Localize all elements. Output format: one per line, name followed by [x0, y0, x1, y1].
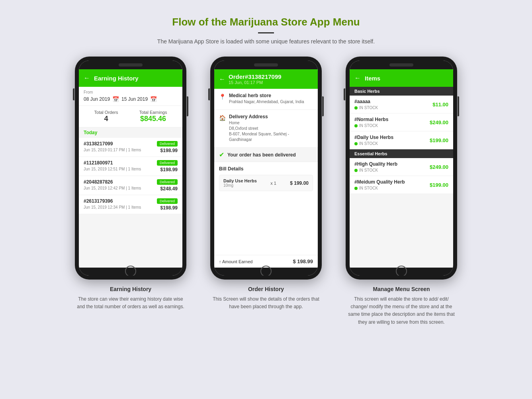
- phone-speaker-3: [389, 63, 413, 66]
- back-arrow-1[interactable]: ←: [84, 74, 90, 82]
- phone-section-order-history: ← Order#3138217099 15 Jun, 01:17 PM 📍: [206, 57, 326, 311]
- order-item[interactable]: #3138217099 Delivered Jun 15, 2019 01:17…: [79, 138, 182, 157]
- stock-label: IN STOCK: [359, 141, 378, 146]
- phone-frame-1: ← Earning History From 08 Jun 2019 📅 15 …: [75, 57, 186, 280]
- item-row[interactable]: #aaaaa IN STOCK $11.00: [350, 96, 453, 113]
- caption-order-history: Order History This Screen will show the …: [210, 286, 322, 311]
- item-row[interactable]: #Meidum Quality Herb IN STOCK $199.00: [350, 176, 453, 194]
- today-section-label: Today: [79, 127, 182, 138]
- store-info-text: Medical herb store Prahlad Nagar, Ahmeda…: [229, 93, 304, 105]
- store-info-block: 📍 Medical herb store Prahlad Nagar, Ahme…: [214, 89, 318, 110]
- caption-title-1: Earning History: [75, 286, 186, 292]
- delivery-icon: 🏠: [219, 115, 226, 121]
- calendar-icon-1[interactable]: 📅: [112, 96, 119, 102]
- store-address: Prahlad Nagar, Ahmedabad, Gujarat, India: [229, 99, 304, 105]
- item-row[interactable]: #Daily Use Herbs IN STOCK $199.00: [350, 131, 453, 149]
- home-button-1[interactable]: [125, 266, 136, 276]
- stock-dot: [354, 124, 358, 127]
- order-meta-text: Jun 15, 2019 01:17 PM | 1 Items: [84, 148, 141, 153]
- order-title: Order#3138217099: [229, 73, 282, 80]
- item-name: #Normal Herbs: [354, 117, 388, 122]
- date-from-value: 08 Jun 2019: [84, 96, 110, 102]
- total-earnings-stat: Total Earnings $845.46: [139, 110, 167, 123]
- delivery-block: 🏠 Delivery Address Home D8,Oxford street…: [214, 110, 318, 148]
- delivery-line1: Home: [229, 120, 313, 126]
- item-name: #Meidum Quality Herb: [354, 179, 405, 185]
- item-price: $11.00: [432, 102, 448, 108]
- page-subtitle: The Marijuana App Store is loaded with s…: [157, 38, 375, 45]
- item-info: #Normal Herbs IN STOCK: [354, 117, 388, 128]
- order-meta-text: Jun 15, 2019 12:42 PM | 1 Items: [84, 186, 141, 192]
- order-price: $198.99: [160, 148, 178, 153]
- stock-dot: [354, 187, 358, 190]
- calendar-icon-2[interactable]: 📅: [150, 96, 157, 102]
- delivery-title: Delivery Address: [229, 114, 313, 119]
- order-subtitle: 15 Jun, 01:17 PM: [229, 80, 282, 85]
- item-price: $199.00: [430, 182, 448, 188]
- caption-earning-history: Earning History The store can view their…: [75, 286, 186, 311]
- location-icon: 📍: [219, 94, 226, 100]
- delivered-banner: ✔ Your order has been delivered: [214, 148, 318, 162]
- item-stock: IN STOCK: [354, 168, 397, 172]
- bill-item-sub: 10mg: [223, 183, 257, 188]
- phone-inner-3: ← Items Basic Herbs #aaaaa IN STOCK $11.…: [350, 61, 453, 276]
- earning-history-header: ← Earning History: [79, 69, 182, 87]
- title-underline: [258, 32, 274, 33]
- item-name: #Daily Use Herbs: [354, 135, 393, 140]
- phone-notch-1: [79, 61, 182, 69]
- home-indicator-2: [214, 268, 318, 276]
- back-arrow-2[interactable]: ←: [219, 76, 225, 83]
- total-earnings-value: $845.46: [139, 115, 167, 123]
- home-indicator-3: [350, 268, 453, 276]
- caption-items: Manage Menu Screen This screen will enab…: [346, 286, 457, 326]
- order-header-text: Order#3138217099 15 Jun, 01:17 PM: [229, 73, 282, 85]
- status-badge: Delivered: [157, 198, 178, 204]
- order-id: #2613179396: [84, 198, 113, 204]
- date-to-value: 15 Jun 2019: [121, 96, 148, 102]
- bill-item: Daily Use Herbs 10mg x 1 $ 199.00: [219, 175, 313, 191]
- stock-dot: [354, 106, 358, 110]
- order-item[interactable]: #2048287826 Delivered Jun 15, 2019 12:42…: [79, 176, 182, 195]
- phone-notch-2: [214, 61, 318, 69]
- back-arrow-3[interactable]: ←: [354, 74, 361, 82]
- status-badge: Delivered: [157, 160, 178, 166]
- item-row[interactable]: #Normal Herbs IN STOCK $249.00: [350, 113, 453, 131]
- caption-text-3: This screen will enable the store to add…: [346, 295, 457, 326]
- date-filter: From 08 Jun 2019 📅 15 Jun 2019 📅: [79, 87, 182, 106]
- item-info: #Meidum Quality Herb IN STOCK: [354, 179, 405, 190]
- item-row[interactable]: #High Quality Herb IN STOCK $249.00: [350, 158, 453, 176]
- caption-text-2: This Screen will show the details of the…: [210, 295, 322, 311]
- phone-frame-2: ← Order#3138217099 15 Jun, 01:17 PM 📍: [210, 57, 322, 280]
- phone-frame-3: ← Items Basic Herbs #aaaaa IN STOCK $11.…: [346, 57, 457, 280]
- items-section-header: Essential Herbs: [350, 149, 453, 158]
- items-title: Items: [365, 75, 380, 82]
- bill-item-info: Daily Use Herbs 10mg: [223, 178, 257, 188]
- item-name: #High Quality Herb: [354, 161, 397, 167]
- order-id: #1121800971: [84, 160, 113, 166]
- status-badge: Delivered: [157, 141, 178, 147]
- home-button-3[interactable]: [396, 266, 407, 276]
- phone-inner-2: ← Order#3138217099 15 Jun, 01:17 PM 📍: [214, 61, 318, 276]
- order-history-header: ← Order#3138217099 15 Jun, 01:17 PM: [214, 69, 318, 89]
- item-price: $249.00: [430, 119, 448, 125]
- stock-dot: [354, 142, 358, 145]
- amount-label: ↑ Amount Earned: [219, 259, 252, 264]
- orders-list: #3138217099 Delivered Jun 15, 2019 01:17…: [79, 138, 182, 214]
- home-indicator-1: [79, 268, 182, 276]
- stock-dot: [354, 169, 358, 172]
- phone-screen-1: ← Earning History From 08 Jun 2019 📅 15 …: [79, 69, 182, 268]
- home-button-2[interactable]: [260, 266, 272, 276]
- phone-notch-3: [350, 61, 453, 69]
- phone-section-items: ← Items Basic Herbs #aaaaa IN STOCK $11.…: [342, 57, 461, 326]
- order-meta-text: Jun 15, 2019 12:34 PM | 1 Items: [84, 205, 141, 211]
- order-item[interactable]: #2613179396 Delivered Jun 15, 2019 12:34…: [79, 195, 182, 214]
- order-item[interactable]: #1121800971 Delivered Jun 15, 2019 12:51…: [79, 157, 182, 176]
- delivery-row: 🏠 Delivery Address Home D8,Oxford street…: [219, 114, 313, 143]
- item-info: #Daily Use Herbs IN STOCK: [354, 135, 393, 146]
- phone-inner-1: ← Earning History From 08 Jun 2019 📅 15 …: [79, 61, 182, 276]
- phone-screen-2: ← Order#3138217099 15 Jun, 01:17 PM 📍: [214, 69, 318, 268]
- delivery-line2: D8,Oxford street: [229, 126, 313, 131]
- page-title: Flow of the Marijuana Store App Menu: [157, 16, 375, 28]
- stock-label: IN STOCK: [359, 168, 378, 172]
- order-price: $248.49: [160, 186, 178, 192]
